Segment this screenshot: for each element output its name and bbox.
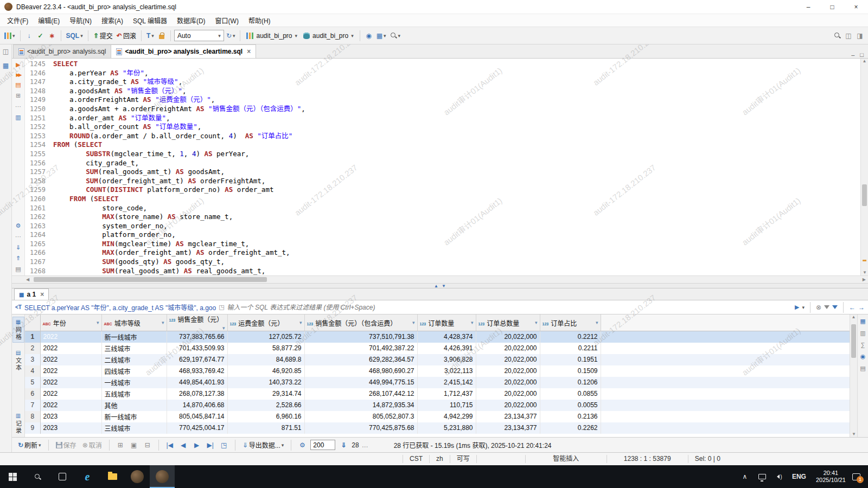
fetch-page-icon[interactable]: ◳ [219, 439, 229, 452]
scrollbar-thumb[interactable] [34, 277, 267, 282]
copy-row-icon[interactable]: ▣ [129, 439, 139, 452]
schema-select[interactable]: audit_bi_pro▾ [301, 29, 356, 42]
chevron-down-icon[interactable]: ▾ [151, 33, 154, 38]
code-line[interactable]: 1260 FROM (SELECT [25, 195, 860, 204]
grid-cell[interactable]: 2022 [40, 400, 101, 411]
expand-filter-icon[interactable]: ◳ [219, 304, 224, 311]
column-header-6[interactable]: 123订单总数量▾ [476, 314, 540, 331]
add-row-icon[interactable]: ⊞ [115, 439, 126, 452]
code-line[interactable]: 1249 a.orderFreightAmt AS "运费金额（元）", [25, 95, 860, 105]
row-number-header[interactable] [25, 314, 40, 331]
column-dropdown-icon[interactable]: ▾ [535, 320, 538, 325]
column-dropdown-icon[interactable]: ▾ [412, 320, 415, 325]
file-explorer-button[interactable] [100, 465, 125, 488]
more-status-icon[interactable]: … [362, 441, 368, 449]
grid-cell[interactable]: 2022 [40, 365, 101, 377]
explain-plan-icon[interactable]: ⊞ [16, 92, 21, 99]
grid-cell[interactable]: 0.1206 [540, 377, 601, 388]
scroll-down-icon[interactable]: ▼ [863, 270, 867, 275]
grid-cell[interactable]: 14,872,935.34 [304, 400, 417, 411]
close-tab-icon[interactable]: × [247, 48, 251, 55]
code-line[interactable]: 1254FROM (SELECT [25, 140, 860, 150]
chevron-down-icon[interactable]: ▾ [384, 33, 386, 38]
column-header-1[interactable]: ABC城市等级▾ [101, 314, 167, 331]
row-number[interactable]: 1 [25, 331, 40, 343]
maximize-window-icon[interactable]: □ [820, 0, 844, 14]
grid-cell[interactable]: 20,022,000 [476, 343, 540, 354]
collapse-up-icon[interactable]: ▲ [434, 284, 438, 288]
collapse-down-icon[interactable]: ▼ [442, 284, 446, 288]
row-number[interactable]: 4 [25, 365, 40, 377]
grid-cell[interactable]: 0.2212 [540, 331, 601, 343]
menu-item-7[interactable]: 帮助(H) [244, 14, 276, 27]
grid-cell[interactable]: 4,426,391 [417, 343, 476, 354]
chevron-down-icon[interactable]: ▾ [233, 33, 235, 38]
save-button[interactable]: 保存 [54, 439, 78, 452]
code-line[interactable]: 1253 ROUND(a.order_amt / b.all_order_cou… [25, 132, 860, 141]
menu-item-5[interactable]: 数据库(D) [172, 14, 210, 27]
previous-row-icon[interactable]: ◀ [178, 439, 189, 452]
grid-cell[interactable]: 4,942,299 [417, 411, 476, 422]
chevron-down-icon[interactable]: ▾ [398, 33, 401, 38]
layout-button[interactable]: ▦▾ [375, 29, 388, 42]
check-icon[interactable]: ✓ [35, 29, 46, 42]
execute-script-icon[interactable]: ▶▶ [16, 72, 21, 78]
results-view-tab-0[interactable]: ▦网格 [12, 317, 24, 343]
column-dropdown-icon[interactable]: ▾ [97, 320, 99, 325]
grid-cell[interactable]: 新一线城市 [101, 331, 167, 343]
refresh-button[interactable]: ↻刷新▾ [16, 439, 43, 452]
grid-cell[interactable]: 其他 [101, 400, 167, 411]
column-header-3[interactable]: 123运费金额（元）▾ [227, 314, 304, 331]
code-line[interactable]: 1251 a.order_amt AS "订单数量", [25, 114, 860, 123]
last-row-icon[interactable]: ▶| [205, 439, 216, 452]
editor-horizontal-scrollbar[interactable]: ◀ ▶ [12, 275, 868, 283]
column-dropdown-icon[interactable]: ▾ [162, 320, 164, 325]
chevron-down-icon[interactable]: ▾ [282, 442, 284, 448]
start-button[interactable] [0, 465, 25, 488]
chevron-down-icon[interactable]: ▾ [80, 33, 83, 38]
grid-cell[interactable]: 629,197,674.77 [167, 354, 227, 365]
row-number[interactable]: 6 [25, 388, 40, 400]
row-number[interactable]: 7 [25, 400, 40, 411]
filter-input[interactable] [227, 304, 792, 311]
grid-cell[interactable]: 4,428,374 [417, 331, 476, 343]
grid-cell[interactable]: 29,314.74 [227, 388, 304, 400]
scroll-down-icon[interactable]: ▼ [852, 432, 856, 436]
code-line[interactable]: 1266 MAX(order_freight_amt) AS order_fre… [25, 248, 860, 258]
import-script-icon[interactable]: ⇑ [16, 255, 21, 262]
row-number[interactable]: 9 [25, 422, 40, 434]
menu-item-3[interactable]: 搜索(A) [97, 14, 128, 27]
new-connection-button[interactable]: ▾ [3, 29, 17, 42]
grid-cell[interactable]: 629,282,364.57 [304, 354, 417, 365]
show-hidden-icons-chevron[interactable]: ∧ [737, 465, 753, 488]
grid-cell[interactable]: 84,689.8 [227, 354, 304, 365]
grid-cell[interactable]: 1,712,437 [417, 388, 476, 400]
code-line[interactable]: 1256 city_grade_t, [25, 159, 860, 168]
editor-vertical-scrollbar[interactable]: ▲ ▼ [860, 59, 868, 275]
code-line[interactable]: 1248 a.goodsAmt AS "销售金额（元）", [25, 87, 860, 96]
grid-cell[interactable]: 2,528.66 [227, 400, 304, 411]
code-line[interactable]: 1246 a.perYear AS "年份", [25, 69, 860, 78]
export-data-button[interactable]: ⇓导出数据...▾ [241, 439, 286, 452]
scroll-left-icon[interactable]: ◀ [26, 277, 29, 282]
connection-select[interactable]: audit_bi_pro▾ [244, 29, 300, 42]
next-row-icon[interactable]: ▶ [192, 439, 202, 452]
panel-grid-icon[interactable]: ▦ [860, 318, 865, 325]
status-insert-mode[interactable]: 智能插入 [525, 455, 607, 463]
grid-cell[interactable]: 五线城市 [101, 388, 167, 400]
grid-cell[interactable]: 58,877.29 [227, 343, 304, 354]
taskbar-search-button[interactable] [25, 465, 50, 488]
execute-new-tab-icon[interactable]: ▤ [15, 81, 21, 88]
grid-cell[interactable]: 449,994,775.15 [304, 377, 417, 388]
results-view-tab-1[interactable]: ▤文本 [13, 348, 24, 373]
row-number[interactable]: 5 [25, 377, 40, 388]
grid-cell[interactable]: 0.2136 [540, 411, 601, 422]
grid-cell[interactable]: 737,510,791.38 [304, 331, 417, 343]
grid-cell[interactable]: 0.1509 [540, 365, 601, 377]
column-header-4[interactable]: 123销售金额（元）（包含运费）▾ [304, 314, 417, 331]
more-tools-icon[interactable]: ⋯ [15, 233, 21, 240]
status-caret-position[interactable]: 1238 : 1 : 53879 [607, 455, 688, 463]
code-line[interactable]: 1265 MIN(mgclear_time) AS mgclear_time_t… [25, 240, 860, 249]
grid-cell[interactable]: 6,960.16 [227, 411, 304, 422]
grid-vertical-scrollbar[interactable]: ▲ ▼ [850, 314, 857, 437]
